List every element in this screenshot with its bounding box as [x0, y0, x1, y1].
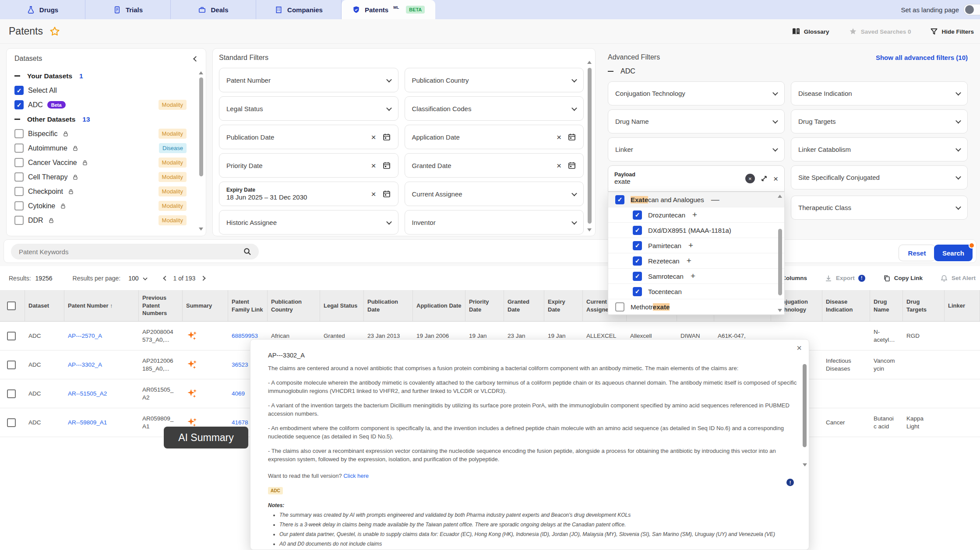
filter-linker[interactable]: Linker	[608, 137, 785, 161]
dataset-checkbox[interactable]	[14, 187, 24, 196]
per-page-value[interactable]: 100	[128, 275, 138, 282]
option-checkbox[interactable]	[615, 195, 624, 204]
set-alert-button[interactable]: Set Alert	[940, 274, 976, 282]
option-checkbox[interactable]	[633, 272, 642, 281]
dataset-group-header[interactable]: Your Datasets 1	[14, 72, 83, 80]
clear-date-icon[interactable]: ×	[557, 161, 561, 170]
select-all-checkbox[interactable]	[7, 301, 16, 310]
tab-deals[interactable]: Deals	[171, 0, 256, 19]
filter-disease-indication[interactable]: Disease Indication	[791, 81, 968, 105]
filter-field[interactable]: Expiry Date 18 Jun 2025 – 31 Dec 2030 ×	[219, 182, 398, 206]
header-patent-family-link[interactable]: Patent Family Link	[228, 290, 268, 321]
ai-summary-sparkles-icon[interactable]	[186, 330, 198, 342]
payload-option[interactable]: Exatecan and Analogues —	[608, 192, 784, 207]
calendar-icon[interactable]	[382, 161, 391, 170]
clear-date-icon[interactable]: ×	[371, 161, 376, 170]
cell-patent-number[interactable]: AR--51505_A2	[64, 379, 139, 408]
dataset-checkbox[interactable]	[14, 201, 24, 210]
filter-field[interactable]: Patent Number	[219, 68, 398, 92]
info-icon[interactable]: !	[786, 479, 794, 486]
option-checkbox[interactable]	[633, 241, 642, 250]
filter-drug-targets[interactable]: Drug Targets	[791, 109, 968, 133]
filter-field[interactable]: Publication Date ×	[219, 125, 398, 149]
option-expander-icon[interactable]: +	[688, 241, 693, 250]
option-expander-icon[interactable]: +	[691, 271, 695, 281]
header-previous-patent-numbers[interactable]: Previous Patent Numbers	[139, 290, 183, 321]
option-checkbox[interactable]	[633, 256, 642, 266]
filter-field[interactable]: Application Date ×	[405, 125, 584, 149]
patent-keywords-input[interactable]	[18, 248, 239, 256]
filter-site-specifically-conjugated[interactable]: Site Specifically Conjugated	[791, 165, 968, 189]
option-expander-icon[interactable]: +	[692, 210, 697, 220]
header-summary[interactable]: Summary	[183, 290, 228, 321]
export-button[interactable]: Export !	[825, 274, 865, 282]
cell-patent-number[interactable]: AP---3302_A	[64, 350, 139, 379]
payload-option[interactable]: Drozuntecan +	[608, 207, 784, 223]
header-disease-indication[interactable]: Disease Indication	[822, 290, 870, 321]
scroll-up-icon[interactable]	[778, 195, 782, 198]
filter-drug-name[interactable]: Drug Name	[608, 109, 785, 133]
header-priority-date[interactable]: Priority Date	[465, 290, 504, 321]
dataset-checkbox[interactable]	[14, 129, 24, 138]
tab-trials[interactable]: Trials	[85, 0, 171, 19]
payload-field[interactable]: Payload × ×	[608, 165, 785, 192]
collapse-group-icon[interactable]	[14, 119, 20, 119]
cell-patent-number[interactable]: AR--59809_A1	[64, 408, 139, 437]
filter-field[interactable]: Granted Date ×	[405, 153, 584, 178]
row-checkbox[interactable]	[7, 361, 16, 369]
scroll-down-icon[interactable]	[778, 309, 782, 312]
filter-field[interactable]: Priority Date ×	[219, 153, 398, 178]
datasets-scrollbar[interactable]	[199, 77, 203, 176]
payload-option[interactable]: DXd/DX8951 (MAAA-1181a)	[608, 223, 784, 238]
tab-drugs[interactable]: Drugs	[0, 0, 85, 19]
option-checkbox[interactable]	[615, 302, 624, 312]
filter-field[interactable]: Inventor	[405, 210, 584, 235]
favorite-star-icon[interactable]	[49, 26, 60, 37]
filter-field[interactable]: Publication Country	[405, 68, 584, 92]
scroll-up-icon[interactable]	[199, 71, 203, 74]
header-linker[interactable]: Linker	[945, 290, 980, 321]
dataset-checkbox[interactable]	[14, 158, 24, 167]
patent-keywords-field[interactable]	[11, 244, 259, 259]
header-publication-country[interactable]: Publication Country	[268, 290, 320, 321]
dataset-checkbox[interactable]	[14, 100, 24, 109]
scroll-up-icon[interactable]	[587, 61, 592, 64]
header-patent-number[interactable]: Patent Number ↑	[64, 290, 139, 321]
header-dataset[interactable]: Dataset	[25, 290, 64, 321]
saved-searches-button[interactable]: Saved Searches 0	[849, 27, 911, 36]
standard-filters-scrollbar[interactable]	[588, 68, 592, 224]
header-drug-name[interactable]: Drug Name	[870, 290, 903, 321]
row-checkbox[interactable]	[7, 332, 16, 340]
option-expander-icon[interactable]: —	[711, 195, 719, 204]
option-checkbox[interactable]	[633, 226, 642, 235]
calendar-icon[interactable]	[382, 189, 391, 198]
payload-scrollbar[interactable]	[778, 229, 782, 295]
ai-summary-sparkles-icon[interactable]	[186, 388, 198, 399]
copy-link-button[interactable]: Copy Link	[883, 274, 923, 282]
payload-clear-icon[interactable]: ×	[745, 174, 755, 183]
cell-patent-number[interactable]: AP---2570_A	[64, 322, 139, 350]
header-drug-targets[interactable]: Drug Targets	[903, 290, 945, 321]
reset-button[interactable]: Reset	[899, 245, 935, 261]
option-checkbox[interactable]	[633, 210, 642, 220]
calendar-icon[interactable]	[382, 133, 391, 141]
filter-field[interactable]: Historic Assignee	[219, 210, 398, 235]
dataset-checkbox[interactable]	[14, 216, 24, 225]
close-icon[interactable]: ×	[797, 343, 802, 353]
ai-summary-sparkles-icon[interactable]	[186, 359, 198, 371]
row-checkbox[interactable]	[7, 389, 16, 398]
collapse-group-icon[interactable]	[14, 75, 20, 76]
filter-field[interactable]: Current Assignee	[405, 182, 584, 206]
header-expiry-date[interactable]: Expiry Date	[544, 290, 583, 321]
glossary-button[interactable]: Glossary	[792, 28, 829, 35]
scroll-down-icon[interactable]	[803, 463, 807, 466]
payload-option[interactable]: Rezetecan +	[608, 253, 784, 269]
calendar-icon[interactable]	[568, 161, 576, 170]
payload-option[interactable]: Tocentecan	[608, 284, 784, 299]
dataset-checkbox[interactable]	[14, 86, 24, 95]
option-checkbox[interactable]	[633, 287, 642, 296]
header-publication-date[interactable]: Publication Date	[364, 290, 413, 321]
dataset-checkbox[interactable]	[14, 144, 24, 153]
option-expander-icon[interactable]: +	[687, 256, 691, 266]
clear-date-icon[interactable]: ×	[557, 133, 561, 141]
